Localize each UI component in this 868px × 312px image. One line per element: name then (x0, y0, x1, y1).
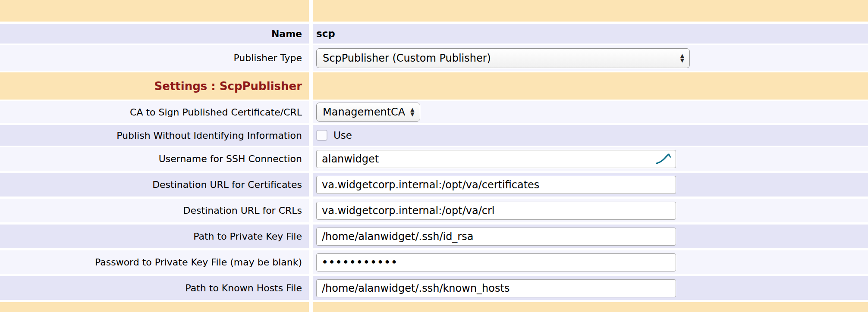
password-input[interactable] (316, 253, 676, 271)
crl-url-input[interactable] (316, 202, 676, 220)
username-input[interactable] (316, 150, 676, 168)
column-gap (309, 72, 313, 100)
publisher-type-label: Publisher Type (233, 53, 302, 63)
select-updown-icon: ▲▼ (680, 53, 684, 63)
ca-select[interactable]: ManagementCA ▲▼ (316, 103, 420, 122)
password-row: Password to Private Key File (may be bla… (0, 250, 868, 274)
username-label: Username for SSH Connection (159, 153, 302, 164)
crl-url-row: Destination URL for CRLs (0, 199, 868, 222)
crl-url-value-cell (313, 199, 868, 222)
column-gap (309, 250, 313, 274)
column-gap (309, 302, 313, 312)
select-updown-icon: ▲▼ (410, 107, 414, 117)
publisher-type-selected-option: ScpPublisher (Custom Publisher) (323, 52, 491, 64)
private-key-value-cell (313, 225, 868, 248)
column-gap (309, 24, 313, 44)
cert-url-label: Destination URL for Certificates (152, 179, 302, 190)
column-gap (309, 101, 313, 123)
publisher-edit-page: Name scp Publisher Type ScpPublisher (Cu… (0, 0, 868, 312)
username-label-cell: Username for SSH Connection (0, 147, 309, 171)
known-hosts-value-cell (313, 276, 868, 300)
use-checkbox[interactable] (316, 130, 327, 141)
password-value-cell (313, 250, 868, 274)
column-gap (309, 147, 313, 171)
private-key-input[interactable] (316, 228, 676, 246)
private-key-row: Path to Private Key File (0, 225, 868, 248)
header-band (0, 0, 868, 22)
footer-band (0, 302, 868, 312)
cert-url-value-cell (313, 173, 868, 197)
ca-value-cell: ManagementCA ▲▼ (313, 101, 868, 123)
publisher-type-value-cell: ScpPublisher (Custom Publisher) ▲▼ (313, 45, 868, 71)
private-key-label-cell: Path to Private Key File (0, 225, 309, 248)
name-label-cell: Name (0, 24, 309, 44)
anonymize-label: Publish Without Identifying Information (116, 130, 302, 141)
settings-heading-cell: Settings : ScpPublisher (0, 72, 309, 100)
password-label: Password to Private Key File (may be bla… (95, 257, 302, 268)
cert-url-label-cell: Destination URL for Certificates (0, 173, 309, 197)
name-row: Name scp (0, 24, 868, 44)
ca-label-cell: CA to Sign Published Certificate/CRL (0, 101, 309, 123)
crl-url-label-cell: Destination URL for CRLs (0, 199, 309, 222)
column-gap (309, 45, 313, 71)
footer-band-left (0, 302, 309, 312)
known-hosts-label: Path to Known Hosts File (185, 283, 302, 293)
publisher-type-row: Publisher Type ScpPublisher (Custom Publ… (0, 45, 868, 71)
column-gap (309, 225, 313, 248)
anonymize-row: Publish Without Identifying Information … (0, 125, 868, 146)
footer-band-right (313, 302, 868, 312)
ca-row: CA to Sign Published Certificate/CRL Man… (0, 101, 868, 123)
anonymize-label-cell: Publish Without Identifying Information (0, 125, 309, 146)
header-band-right (313, 0, 868, 22)
name-value: scp (316, 28, 335, 39)
password-label-cell: Password to Private Key File (may be bla… (0, 250, 309, 274)
name-value-cell: scp (313, 24, 868, 44)
column-gap (309, 199, 313, 222)
column-gap (309, 276, 313, 300)
settings-heading-band: Settings : ScpPublisher (0, 72, 868, 100)
column-gap (309, 125, 313, 146)
column-gap (309, 173, 313, 197)
publisher-type-select[interactable]: ScpPublisher (Custom Publisher) ▲▼ (316, 48, 690, 68)
crl-url-label: Destination URL for CRLs (183, 205, 302, 216)
column-gap (309, 0, 313, 22)
settings-heading-right (313, 72, 868, 100)
name-label: Name (271, 28, 302, 39)
publisher-type-label-cell: Publisher Type (0, 45, 309, 71)
cert-url-row: Destination URL for Certificates (0, 173, 868, 197)
password-manager-dashlane-icon[interactable] (655, 153, 671, 165)
known-hosts-input[interactable] (316, 279, 676, 297)
use-checkbox-label: Use (333, 130, 352, 141)
ca-selected-option: ManagementCA (323, 106, 405, 118)
username-value-cell (313, 147, 868, 171)
username-input-wrap (316, 150, 676, 168)
known-hosts-label-cell: Path to Known Hosts File (0, 276, 309, 300)
known-hosts-row: Path to Known Hosts File (0, 276, 868, 300)
username-row: Username for SSH Connection (0, 147, 868, 171)
cert-url-input[interactable] (316, 176, 676, 194)
settings-heading: Settings : ScpPublisher (154, 80, 302, 93)
ca-label: CA to Sign Published Certificate/CRL (130, 107, 302, 118)
anonymize-value-cell: Use (313, 125, 868, 146)
private-key-label: Path to Private Key File (193, 231, 302, 242)
header-band-left (0, 0, 309, 22)
